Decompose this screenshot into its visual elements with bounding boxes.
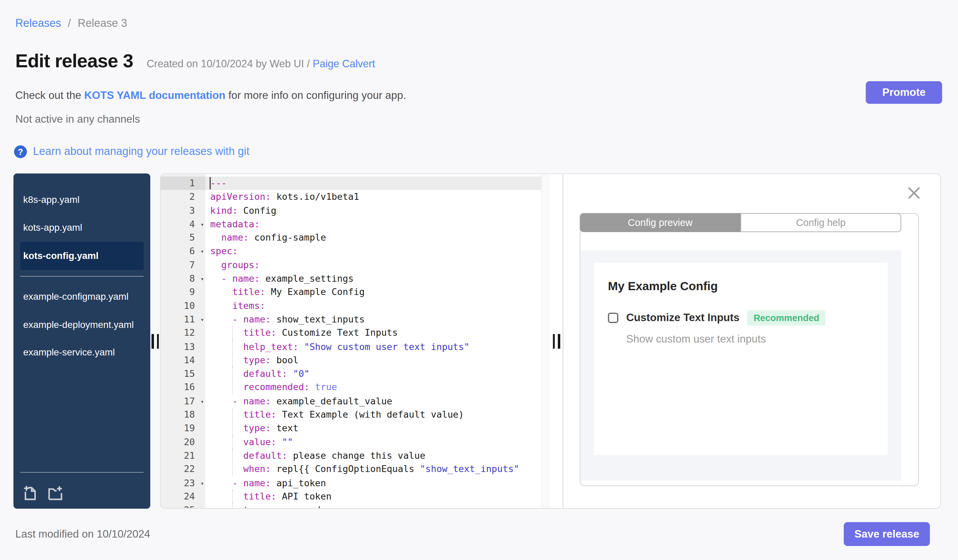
gutter-line-8[interactable]: 8▾ xyxy=(161,272,205,285)
tab-config-preview[interactable]: Config preview xyxy=(580,213,741,232)
gutter-line-7[interactable]: 7 xyxy=(161,258,205,272)
preview-resize-handle[interactable] xyxy=(553,334,560,348)
code-line-15: default: "0" xyxy=(205,367,541,381)
gutter-line-5[interactable]: 5 xyxy=(161,231,205,245)
config-preview-body: My Example Config Customize Text Inputs … xyxy=(580,250,901,481)
config-preview-card: Config previewConfig help My Example Con… xyxy=(580,213,919,486)
gutter-line-16[interactable]: 16 xyxy=(161,381,205,394)
sidebar-item-kots-config-yaml[interactable]: kots-config.yaml xyxy=(20,242,143,269)
sidebar-divider xyxy=(20,276,143,277)
code-line-9: title: My Example Config xyxy=(205,285,541,299)
sidebar-bottom-divider xyxy=(20,472,143,473)
channel-status: Not active in any channels xyxy=(15,113,140,126)
code-line-17: - name: example_default_value xyxy=(205,394,541,408)
gutter-line-4[interactable]: 4▾ xyxy=(161,217,205,231)
indent-guide xyxy=(232,422,233,435)
yaml-editor[interactable]: 1234▾56▾78▾91011▾121314151617▾1819202122… xyxy=(161,174,550,508)
code-line-18: title: Text Example (with default value) xyxy=(205,408,541,422)
config-tabs: Config previewConfig help xyxy=(580,213,901,232)
indent-guide xyxy=(232,503,233,508)
breadcrumb-separator: / xyxy=(68,17,71,29)
fold-arrow-icon[interactable]: ▾ xyxy=(200,245,204,259)
gutter-line-2[interactable]: 2 xyxy=(161,190,205,204)
code-line-19: type: text xyxy=(205,422,541,435)
gutter-line-23[interactable]: 23▾ xyxy=(161,476,205,490)
gutter-line-15[interactable]: 15 xyxy=(161,367,205,381)
edit-release-page: Releases / Release 3 Edit release 3 Crea… xyxy=(0,0,958,560)
page-title: Edit release 3 xyxy=(15,50,133,72)
doc-line: Check out the KOTS YAML documentation fo… xyxy=(15,89,406,102)
fold-arrow-icon[interactable]: ▾ xyxy=(200,218,204,231)
tab-config-help[interactable]: Config help xyxy=(741,213,901,232)
editor-gutter: 1234▾56▾78▾91011▾121314151617▾1819202122… xyxy=(161,174,205,508)
sidebar-item-k8s-app-yaml[interactable]: k8s-app.yaml xyxy=(20,185,143,214)
sidebar-resize-gap xyxy=(150,173,160,509)
file-list: k8s-app.yamlkots-app.yamlkots-config.yam… xyxy=(14,185,151,367)
sidebar-item-kots-app-yaml[interactable]: kots-app.yaml xyxy=(20,214,143,242)
gutter-line-19[interactable]: 19 xyxy=(161,422,205,435)
code-line-5: name: config-sample xyxy=(205,231,541,245)
indent-guide xyxy=(232,340,233,353)
sidebar-resize-handle[interactable] xyxy=(152,334,159,348)
release-editor: k8s-app.yamlkots-app.yamlkots-config.yam… xyxy=(14,173,941,509)
gutter-line-13[interactable]: 13 xyxy=(161,340,205,353)
kots-yaml-doc-link[interactable]: KOTS YAML documentation xyxy=(84,89,225,101)
new-file-icon[interactable] xyxy=(22,485,39,501)
gutter-line-20[interactable]: 20 xyxy=(161,435,205,449)
editor-code: ---apiVersion: kots.io/v1beta1kind: Conf… xyxy=(205,174,541,508)
gutter-line-3[interactable]: 3 xyxy=(161,204,205,217)
fold-arrow-icon[interactable]: ▾ xyxy=(200,395,204,408)
config-group-box: My Example Config Customize Text Inputs … xyxy=(594,263,888,455)
code-line-3: kind: Config xyxy=(205,204,541,217)
config-item-row: Customize Text Inputs Recommended xyxy=(608,310,888,326)
code-line-14: type: bool xyxy=(205,353,541,367)
sidebar-item-example-configmap-yaml[interactable]: example-configmap.yaml xyxy=(20,283,143,310)
save-release-button[interactable]: Save release xyxy=(844,522,930,546)
recommended-badge: Recommended xyxy=(747,310,825,326)
gutter-line-24[interactable]: 24 xyxy=(161,490,205,503)
code-line-7: groups: xyxy=(205,258,541,272)
title-row: Edit release 3 Created on 10/10/2024 by … xyxy=(15,50,375,72)
code-line-24: title: API token xyxy=(205,490,541,503)
code-line-13: help_text: "Show custom user text inputs… xyxy=(205,340,541,353)
gutter-line-6[interactable]: 6▾ xyxy=(161,245,205,258)
config-preview-pane: Config previewConfig help My Example Con… xyxy=(563,174,940,508)
gutter-line-17[interactable]: 17▾ xyxy=(161,394,205,408)
code-line-22: when: repl{{ ConfigOptionEquals "show_te… xyxy=(205,462,541,476)
code-line-16: recommended: true xyxy=(205,381,541,394)
created-author-link[interactable]: Paige Calvert xyxy=(313,58,375,70)
sidebar-item-example-deployment-yaml[interactable]: example-deployment.yaml xyxy=(20,310,143,339)
gutter-line-18[interactable]: 18 xyxy=(161,408,205,422)
close-icon[interactable] xyxy=(906,185,922,201)
editor-scrollbar-track[interactable] xyxy=(541,174,550,508)
editor-panel: 1234▾56▾78▾91011▾121314151617▾1819202122… xyxy=(160,173,941,509)
customize-text-inputs-checkbox[interactable] xyxy=(608,313,619,323)
gutter-line-1[interactable]: 1 xyxy=(161,176,205,190)
editor-preview-divider xyxy=(550,174,563,508)
created-info: Created on 10/10/2024 by Web UI / Paige … xyxy=(146,58,375,70)
gutter-line-12[interactable]: 12 xyxy=(161,326,205,340)
fold-arrow-icon[interactable]: ▾ xyxy=(200,477,204,490)
doc-prefix: Check out the xyxy=(15,89,84,101)
gutter-line-14[interactable]: 14 xyxy=(161,353,205,367)
sidebar-item-example-service-yaml[interactable]: example-service.yaml xyxy=(20,339,143,366)
gutter-line-10[interactable]: 10 xyxy=(161,299,205,313)
code-line-4: metadata: xyxy=(205,217,541,231)
promote-button[interactable]: Promote xyxy=(866,81,942,104)
gutter-line-9[interactable]: 9 xyxy=(161,285,205,299)
code-line-21: default: please change this value xyxy=(205,449,541,462)
fold-arrow-icon[interactable]: ▾ xyxy=(200,313,204,327)
gutter-line-21[interactable]: 21 xyxy=(161,449,205,462)
gutter-line-25[interactable]: 25 xyxy=(161,503,205,508)
new-folder-icon[interactable] xyxy=(47,485,63,501)
gutter-line-22[interactable]: 22 xyxy=(161,462,205,476)
sidebar-actions xyxy=(14,479,151,501)
git-releases-link[interactable]: Learn about managing your releases with … xyxy=(33,146,249,158)
config-item-help: Show custom user text inputs xyxy=(626,333,888,346)
fold-arrow-icon[interactable]: ▾ xyxy=(200,272,204,286)
gutter-line-11[interactable]: 11▾ xyxy=(161,313,205,326)
breadcrumb-releases-link[interactable]: Releases xyxy=(15,17,61,29)
code-line-6: spec: xyxy=(205,245,541,258)
indent-guide xyxy=(232,381,233,394)
code-line-11: - name: show_text_inputs xyxy=(205,313,541,326)
